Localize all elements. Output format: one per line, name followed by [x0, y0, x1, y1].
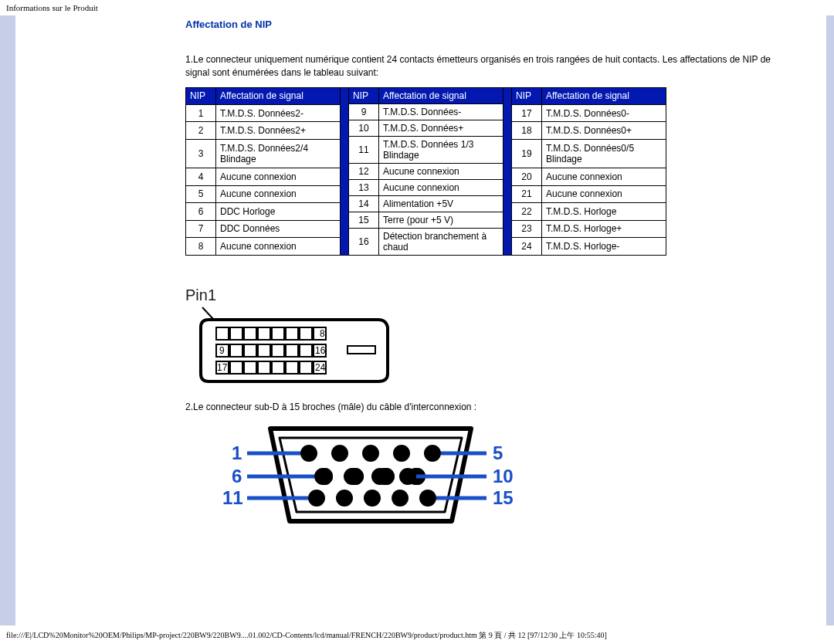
main-content: Affectation de NIP 1.Le connecteur uniqu… — [46, 15, 826, 625]
pin-number: 5 — [186, 185, 216, 202]
table-row: 24T.M.D.S. Horloge- — [512, 238, 666, 256]
table-row: 3T.M.D.S. Données2/4 Blindage — [186, 139, 341, 168]
pin-number: 18 — [512, 122, 542, 139]
th-nip: NIP — [349, 87, 379, 103]
svg-text:5: 5 — [493, 442, 503, 463]
svg-rect-15 — [300, 344, 312, 357]
paragraph-2: 2.Le connecteur sub-D à 15 broches (mâle… — [185, 401, 795, 414]
svg-rect-11 — [244, 344, 256, 357]
th-nip: NIP — [512, 87, 542, 104]
pin-number: 3 — [186, 139, 216, 168]
table-row: 13Aucune connexion — [349, 179, 503, 195]
pin-signal: Terre (pour +5 V) — [379, 212, 503, 228]
pin-number: 4 — [186, 168, 216, 185]
table-row: 18T.M.D.S. Données0+ — [512, 122, 666, 139]
pin-number: 2 — [186, 122, 216, 139]
pin-signal: Aucune connexion — [379, 163, 503, 179]
page-body: Affectation de NIP 1.Le connecteur uniqu… — [0, 15, 834, 625]
table-row: 10T.M.D.S. Données+ — [349, 120, 503, 136]
svg-point-55 — [399, 468, 416, 485]
table-row: 17T.M.D.S. Données0- — [512, 105, 666, 122]
svg-point-53 — [344, 468, 361, 485]
pin-number: 17 — [512, 105, 542, 122]
svg-point-54 — [371, 468, 388, 485]
svg-rect-19 — [244, 361, 256, 374]
pin-signal: Détection branchement à chaud — [379, 228, 503, 255]
pin-signal: T.M.D.S. Données- — [379, 103, 503, 120]
svg-rect-25 — [348, 346, 375, 354]
pin-signal: T.M.D.S. Données 1/3 Blindage — [379, 136, 503, 163]
pin-signal: T.M.D.S. Données2- — [216, 105, 341, 122]
pin-signal: Aucune connexion — [216, 185, 341, 202]
svg-text:15: 15 — [493, 487, 514, 508]
svg-text:17: 17 — [217, 362, 228, 373]
svg-text:9: 9 — [219, 345, 225, 356]
svg-point-32 — [331, 445, 348, 462]
pin-number: 7 — [186, 220, 216, 237]
pin-number: 15 — [349, 212, 379, 228]
pin-table-3: NIP Affectation de signal 17T.M.D.S. Don… — [511, 87, 666, 256]
table-row: 22T.M.D.S. Horloge — [512, 203, 666, 220]
svg-rect-1 — [216, 327, 229, 340]
table-row: 11T.M.D.S. Données 1/3 Blindage — [349, 136, 503, 163]
svg-point-60 — [392, 490, 409, 507]
intro-paragraph: 1.Le connecteur uniquement numérique con… — [185, 53, 795, 80]
table-row: 20Aucune connexion — [512, 168, 666, 185]
pin-number: 24 — [512, 238, 542, 256]
pin-table-2: NIP Affectation de signal 9T.M.D.S. Donn… — [348, 87, 503, 256]
table-row: 12Aucune connexion — [349, 163, 503, 179]
pin-number: 9 — [349, 103, 379, 120]
pin-number: 21 — [512, 185, 542, 202]
pin-number: 6 — [186, 203, 216, 220]
svg-text:6: 6 — [232, 466, 242, 486]
table-row: 16Détection branchement à chaud — [349, 228, 503, 255]
svg-text:24: 24 — [315, 362, 326, 373]
svg-rect-22 — [286, 361, 298, 374]
pin-number: 1 — [186, 105, 216, 122]
pin-signal: Aucune connexion — [542, 168, 666, 185]
svg-text:10: 10 — [493, 466, 514, 486]
svg-rect-18 — [230, 361, 242, 374]
table-row: 8Aucune connexion — [186, 238, 341, 256]
page-header: Informations sur le Produit — [0, 0, 834, 15]
pin-number: 19 — [512, 139, 542, 168]
svg-text:11: 11 — [222, 487, 243, 508]
svg-point-34 — [393, 445, 410, 462]
pin-tables: NIP Affectation de signal 1T.M.D.S. Donn… — [185, 87, 795, 256]
pin-signal: T.M.D.S. Données0/5 Blindage — [542, 139, 666, 168]
svg-point-33 — [362, 445, 379, 462]
pin-signal: Aucune connexion — [216, 238, 341, 256]
table-divider — [341, 87, 348, 256]
table-row: 14Alimentation +5V — [349, 195, 503, 212]
left-margin-stripe — [0, 15, 15, 625]
table-row: 7DDC Données — [186, 220, 341, 237]
section-title: Affectation de NIP — [185, 19, 795, 30]
svg-rect-14 — [286, 344, 298, 357]
th-sig: Affectation de signal — [379, 87, 503, 103]
svg-rect-5 — [272, 327, 284, 340]
th-nip: NIP — [186, 87, 216, 104]
svg-rect-20 — [258, 361, 270, 374]
pin-number: 23 — [512, 220, 542, 237]
svg-point-35 — [424, 445, 441, 462]
pin-signal: T.M.D.S. Horloge- — [542, 238, 666, 256]
table-divider — [503, 87, 511, 256]
svg-rect-21 — [272, 361, 284, 374]
pin-table-1: NIP Affectation de signal 1T.M.D.S. Donn… — [185, 87, 341, 256]
pin-signal: DDC Données — [216, 220, 341, 237]
table-row: 21Aucune connexion — [512, 185, 666, 202]
table-row: 1T.M.D.S. Données2- — [186, 105, 341, 122]
svg-point-61 — [419, 490, 436, 507]
svg-rect-6 — [286, 327, 298, 340]
svg-rect-13 — [272, 344, 284, 357]
right-margin-stripe — [826, 15, 834, 625]
svg-rect-3 — [244, 327, 256, 340]
svg-point-52 — [316, 468, 333, 485]
pin-number: 14 — [349, 195, 379, 212]
dvi-connector-diagram: Pin1 8 9 16 — [185, 286, 795, 393]
pin-signal: Aucune connexion — [216, 168, 341, 185]
pin-number: 8 — [186, 238, 216, 256]
pin-signal: T.M.D.S. Données2/4 Blindage — [216, 139, 341, 168]
svg-rect-23 — [300, 361, 312, 374]
svg-rect-10 — [230, 344, 242, 357]
